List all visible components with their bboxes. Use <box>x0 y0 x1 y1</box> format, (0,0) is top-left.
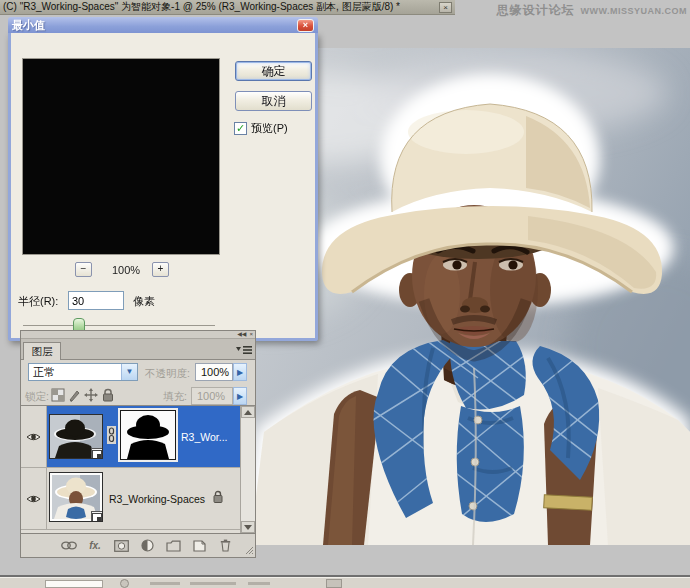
palette-close-icon[interactable]: × <box>249 331 253 338</box>
add-mask-icon[interactable] <box>113 538 129 553</box>
layers-list: R3_Wor... <box>21 406 255 533</box>
smart-object-badge-icon <box>91 511 103 522</box>
radius-input[interactable] <box>68 291 124 310</box>
document-titlebar[interactable]: (C) "R3_Working-Spaces" 为智能对象-1 @ 25% (R… <box>0 0 455 15</box>
dialog-titlebar[interactable]: 最小值 × <box>8 17 318 33</box>
watermark-url: WWW.MISSYUAN.COM <box>581 6 688 16</box>
preview-zoom-level: 100% <box>103 264 149 276</box>
palette-well-bar: ◀◀ × <box>21 331 255 339</box>
visibility-cell[interactable] <box>21 406 47 467</box>
opacity-arrow-icon[interactable]: ▶ <box>233 363 247 381</box>
blend-mode-value: 正常 <box>29 365 121 380</box>
fill-label: 填充: <box>163 390 187 404</box>
lock-row: 锁定: 填充: 100% ▶ <box>21 384 255 406</box>
lock-transparency-icon[interactable] <box>51 388 65 402</box>
sliver-field <box>45 580 103 588</box>
layer-lock-icon <box>212 490 224 504</box>
layer-style-icon[interactable]: fx. <box>87 538 103 553</box>
lock-pixels-brush-icon[interactable] <box>68 388 82 402</box>
visibility-cell[interactable] <box>21 468 47 529</box>
filter-preview-pane[interactable] <box>22 58 220 255</box>
document-close-icon[interactable]: × <box>439 2 452 13</box>
radius-unit-label: 像素 <box>133 294 155 309</box>
preview-checkbox-row: ✓ 预览(P) <box>234 121 288 136</box>
layer-name[interactable]: R3_Working-Spaces <box>109 493 205 505</box>
layer-row-background[interactable]: R3_Working-Spaces <box>21 468 240 530</box>
dialog-title: 最小值 <box>12 18 297 33</box>
layer-row-smart-object[interactable]: R3_Wor... <box>21 406 240 468</box>
collapse-icon[interactable]: ◀◀ <box>237 331 246 338</box>
eye-icon[interactable] <box>26 494 41 504</box>
sliver-button <box>326 579 342 588</box>
scroll-up-icon[interactable] <box>241 406 255 418</box>
layer-name[interactable]: R3_Wor... <box>181 431 228 443</box>
sliver-icon <box>120 579 129 588</box>
fill-value[interactable]: 100% <box>191 387 233 405</box>
sliver-mark <box>248 582 270 585</box>
lock-position-move-icon[interactable] <box>84 388 98 402</box>
opacity-value[interactable]: 100% <box>195 363 233 381</box>
sliver-mark <box>150 582 180 585</box>
link-layers-icon[interactable] <box>61 538 77 553</box>
delete-layer-trash-icon[interactable] <box>217 538 233 553</box>
opacity-label: 不透明度: <box>145 367 190 381</box>
panel-resize-grip[interactable] <box>245 546 254 555</box>
watermark-forum-name: 思缘设计论坛 <box>497 2 575 19</box>
smart-object-badge-icon <box>91 448 103 459</box>
lock-all-icon[interactable] <box>101 388 115 402</box>
minimum-filter-dialog: 最小值 × 确定 取消 ✓ 预览(P) − 100% + 半径(R): 像素 <box>8 33 318 341</box>
blend-mode-arrow-icon[interactable]: ▼ <box>121 364 137 380</box>
new-layer-icon[interactable] <box>191 538 207 553</box>
ok-button[interactable]: 确定 <box>235 61 312 81</box>
mask-link-icon[interactable] <box>107 426 116 444</box>
dialog-close-icon[interactable]: × <box>297 19 314 32</box>
zoom-out-button[interactable]: − <box>75 262 92 277</box>
photoshop-screenshot: (C) "R3_Working-Spaces" 为智能对象-1 @ 25% (R… <box>0 0 690 588</box>
radius-slider-track[interactable] <box>23 325 215 326</box>
blend-mode-row: 正常 ▼ 不透明度: 100% ▶ <box>21 360 255 384</box>
fill-arrow-icon[interactable]: ▶ <box>233 387 247 405</box>
layer-mask-thumbnail[interactable] <box>120 410 176 460</box>
preview-checkbox[interactable]: ✓ <box>234 122 247 135</box>
new-group-icon[interactable] <box>165 538 181 553</box>
layer-thumbnail[interactable] <box>49 472 103 522</box>
layers-scrollbar[interactable] <box>240 406 255 533</box>
tab-layers[interactable]: 图层 <box>23 342 61 360</box>
layers-panel: ◀◀ × 图层 正常 ▼ 不透明度: 100% ▶ 锁定: <box>20 330 256 558</box>
scroll-down-icon[interactable] <box>241 521 255 533</box>
cancel-button[interactable]: 取消 <box>235 91 312 111</box>
lock-label: 锁定: <box>25 390 49 404</box>
watermark: 思缘设计论坛 WWW.MISSYUAN.COM <box>497 2 688 19</box>
zoom-in-button[interactable]: + <box>152 262 169 277</box>
layers-toolbar: fx. <box>21 533 255 557</box>
panel-menu-icon[interactable] <box>236 344 252 356</box>
bottom-window-sliver <box>0 577 690 588</box>
adjustment-layer-icon[interactable] <box>139 538 155 553</box>
blend-mode-select[interactable]: 正常 ▼ <box>28 363 138 381</box>
sliver-mark <box>190 582 236 585</box>
radius-label: 半径(R): <box>18 294 58 309</box>
preview-checkbox-label: 预览(P) <box>251 121 288 136</box>
eye-icon[interactable] <box>26 432 41 442</box>
panel-tab-row: 图层 <box>21 339 255 360</box>
layer-thumbnail[interactable] <box>49 414 103 459</box>
document-title: (C) "R3_Working-Spaces" 为智能对象-1 @ 25% (R… <box>3 0 439 14</box>
